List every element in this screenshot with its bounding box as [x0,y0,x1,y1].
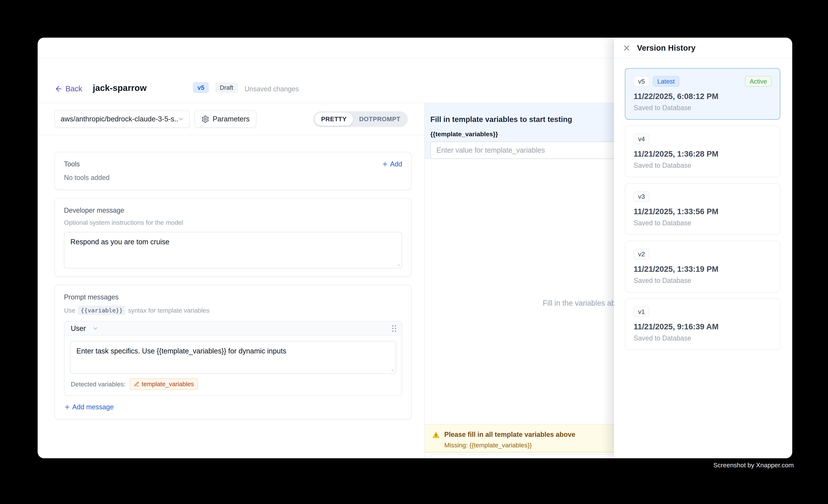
close-icon[interactable] [622,44,631,52]
add-message-button[interactable]: Add message [64,403,402,411]
active-badge: Active [745,76,772,87]
unsaved-changes-label: Unsaved changes [244,85,299,93]
parameters-button[interactable]: Parameters [195,111,256,128]
page-title: jack-sparrow [93,83,147,93]
developer-message-title: Developer message [64,206,402,214]
editor-toolbar: aws/anthropic/bedrock-claude-3-5-s... Pa… [38,103,424,135]
tools-title: Tools [64,160,80,168]
version-number-badge: v1 [634,306,650,317]
syntax-suffix: syntax for template variables [128,307,209,314]
role-select[interactable]: User [71,325,98,333]
add-tool-button[interactable]: Add [382,160,402,168]
version-timestamp: 11/22/2025, 6:08:12 PM [634,92,772,101]
message-header: User [65,322,402,336]
app-window: Back jack-sparrow v5 Draft Unsaved chang… [38,38,792,458]
developer-message-subtitle: Optional system instructions for the mod… [64,219,402,226]
syntax-hint: Use {{variable}} syntax for template var… [64,306,402,315]
template-variable-chip[interactable]: template_variables [130,378,198,390]
developer-message-textarea[interactable]: Respond as you are tom cruise [64,232,402,268]
latest-badge: Latest [653,76,679,87]
toggle-dotprompt[interactable]: DOTPROMPT [353,113,407,126]
version-saved-label: Saved to Database [634,334,772,342]
tools-card: Tools Add No tools added [54,152,412,190]
version-badge: v5 [193,82,209,93]
version-history-title: Version History [637,43,696,52]
back-label: Back [66,84,82,93]
model-select-value: aws/anthropic/bedrock-claude-3-5-s... [60,115,178,123]
template-variable-name: template_variables [142,381,194,388]
model-select[interactable]: aws/anthropic/bedrock-claude-3-5-s... [54,111,190,128]
detected-variables-label: Detected variables: [71,381,126,388]
version-timestamp: 11/21/2025, 9:16:39 AM [634,322,772,331]
variable-syntax-chip: {{variable}} [78,306,125,315]
developer-message-value: Respond as you are tom cruise [70,238,169,246]
plus-icon [64,404,70,410]
version-timestamp: 11/21/2025, 1:33:56 PM [634,207,772,216]
warning-title: Please fill in all template variables ab… [444,431,575,438]
version-card-v4[interactable]: v4 11/21/2025, 1:36:28 PM Saved to Datab… [625,126,780,177]
add-message-label: Add message [72,403,114,411]
warning-missing: Missing: {{template_variables}} [444,442,575,449]
pencil-icon [134,381,139,387]
detected-variables-row: Detected variables: template_variables [65,375,402,395]
back-button[interactable]: Back [54,84,82,93]
editor-column: aws/anthropic/bedrock-claude-3-5-s... Pa… [38,103,425,458]
resize-grip-icon[interactable] [395,261,400,266]
toggle-pretty[interactable]: PRETTY [315,113,353,126]
version-number-badge: v5 [634,76,650,87]
version-list: v5 Latest Active 11/22/2025, 6:08:12 PM … [614,59,792,356]
prompt-messages-card: Prompt messages Use {{variable}} syntax … [54,285,412,419]
version-card-v1[interactable]: v1 11/21/2025, 9:16:39 AM Saved to Datab… [625,298,780,350]
version-number-badge: v3 [634,191,650,202]
version-number-badge: v2 [634,249,650,259]
view-mode-toggle: PRETTY DOTPROMPT [313,111,408,127]
role-value: User [71,325,86,333]
version-saved-label: Saved to Database [634,162,772,169]
version-saved-label: Saved to Database [634,277,772,285]
gear-icon [201,115,209,123]
version-saved-label: Saved to Database [634,104,772,112]
header-badges: v5 Draft [193,82,238,93]
version-card-v3[interactable]: v3 11/21/2025, 1:33:56 PM Saved to Datab… [625,183,780,235]
resize-grip-icon[interactable] [388,366,394,372]
prompt-messages-title: Prompt messages [64,293,402,301]
version-card-v2[interactable]: v2 11/21/2025, 1:33:19 PM Saved to Datab… [625,241,780,292]
user-message-textarea[interactable]: Enter task specifics. Use {{template_var… [70,341,396,374]
version-timestamp: 11/21/2025, 1:33:19 PM [634,265,772,274]
developer-message-card: Developer message Optional system instru… [54,198,412,277]
version-number-badge: v4 [634,134,650,144]
message-body: Enter task specifics. Use {{template_var… [65,336,402,375]
user-message-value: Enter task specifics. Use {{template_var… [76,347,286,355]
editor-cards: Tools Add No tools added Developer messa… [38,135,424,428]
version-history-panel: Version History v5 Latest Active 11/22/2… [614,38,792,458]
syntax-prefix: Use [64,307,75,314]
chevron-down-icon [178,116,184,123]
version-timestamp: 11/21/2025, 1:36:28 PM [634,150,772,159]
parameters-label: Parameters [213,115,250,123]
screenshot-canvas: Back jack-sparrow v5 Draft Unsaved chang… [0,0,828,504]
draft-badge: Draft [215,82,238,93]
add-tool-label: Add [390,160,402,168]
drag-handle[interactable] [392,325,396,332]
no-tools-text: No tools added [64,174,402,182]
message-block: User Enter task specifics. Use {{templat… [64,321,402,396]
watermark-text: Screenshot by Xnapper.com [713,461,794,469]
arrow-left-icon [54,85,63,93]
chevron-down-icon [92,325,98,332]
plus-icon [382,161,388,167]
warning-icon [432,431,440,439]
version-saved-label: Saved to Database [634,219,772,227]
version-history-header: Version History [614,38,792,59]
version-card-v5[interactable]: v5 Latest Active 11/22/2025, 6:08:12 PM … [625,68,780,120]
